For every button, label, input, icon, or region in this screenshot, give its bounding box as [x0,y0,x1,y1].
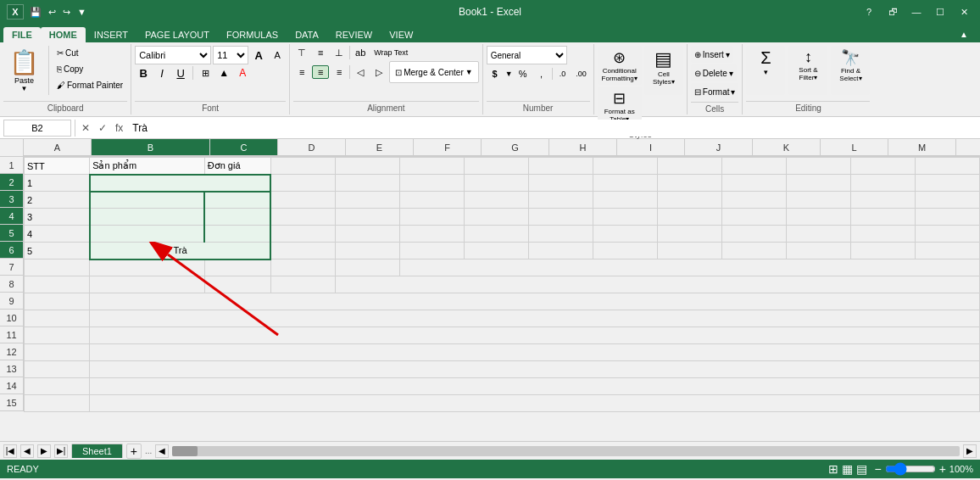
tab-insert[interactable]: INSERT [86,27,136,42]
row-header-15[interactable]: 15 [0,394,24,411]
col-header-i[interactable]: I [617,139,685,156]
cell-d8[interactable] [270,276,335,293]
cell-i3[interactable] [593,192,657,209]
cell-l6[interactable] [786,243,850,260]
row-header-1[interactable]: 1 [0,157,24,174]
cell-j3[interactable] [657,192,721,209]
cell-i1[interactable] [593,158,657,175]
cell-n6[interactable] [915,243,979,260]
tab-data[interactable]: DATA [287,27,327,42]
row-header-10[interactable]: 10 [0,310,24,327]
cell-d6[interactable] [270,243,335,260]
cell-c1[interactable]: Đơn giá [204,158,270,175]
cell-rest12[interactable] [90,344,980,361]
cell-j4[interactable] [657,209,721,226]
tab-view[interactable]: VIEW [381,27,421,42]
cell-rest13[interactable] [90,361,980,378]
insert-function-button[interactable]: fx [113,122,125,134]
cell-f3[interactable] [399,192,464,209]
cell-e7[interactable] [335,260,399,276]
indent-dec-button[interactable]: ◁ [352,65,369,79]
tab-page-layout[interactable]: PAGE LAYOUT [136,27,218,42]
cell-h5[interactable] [528,226,593,243]
align-bottom-button[interactable]: ⊥ [331,46,348,59]
cell-l3[interactable] [786,192,850,209]
customize-quick-btn[interactable]: ▼ [75,5,89,19]
cell-h4[interactable] [528,209,593,226]
cell-a4[interactable]: 3 [25,209,90,226]
cell-d1[interactable] [270,158,335,175]
cell-k3[interactable] [721,192,786,209]
delete-button[interactable]: ⊖ Delete ▾ [691,64,737,81]
cell-g6[interactable] [464,243,528,260]
cell-d4[interactable] [270,209,335,226]
sheet-nav-next[interactable]: ▶ [37,444,51,458]
merge-center-button[interactable]: ⊡ Merge & Center ▼ [389,61,479,83]
cell-c7[interactable] [204,260,270,276]
cell-e3[interactable] [335,192,399,209]
ribbon-collapse-btn[interactable]: ▲ [955,25,973,42]
comma-button[interactable]: , [533,67,550,81]
cell-d3[interactable] [270,192,335,209]
cell-h3[interactable] [528,192,593,209]
cell-d2[interactable] [270,175,335,192]
row-header-13[interactable]: 13 [0,360,24,377]
cell-m2[interactable] [850,175,915,192]
cell-m1[interactable] [850,158,915,175]
add-sheet-button[interactable]: + [126,444,142,459]
format-painter-button[interactable]: 🖌 Format Painter [53,78,127,92]
cell-rest11[interactable] [90,327,980,344]
cell-k1[interactable] [721,158,786,175]
cell-a5[interactable]: 4 [25,226,90,243]
col-header-j[interactable]: J [685,139,753,156]
name-box[interactable] [3,120,71,137]
tab-formulas[interactable]: FORMULAS [218,27,287,42]
align-middle-button[interactable]: ≡ [312,46,329,59]
tab-file[interactable]: FILE [3,27,41,42]
cell-f6[interactable] [399,243,464,260]
cell-i5[interactable] [593,226,657,243]
font-name-select[interactable]: Calibri [135,46,211,64]
cell-rest14[interactable] [90,378,980,395]
cell-b2[interactable] [90,175,271,192]
cell-a6[interactable]: 5 [25,243,90,260]
cell-rest15[interactable] [90,395,980,412]
cell-a2[interactable]: 1 [25,175,90,192]
cell-j2[interactable] [657,175,721,192]
font-color-button[interactable]: A [234,66,251,80]
copy-button[interactable]: ⎘ Copy [53,62,127,76]
cell-a13[interactable] [25,361,90,378]
conditional-formatting-button[interactable]: ⊛ Conditional Formatting▾ [598,46,642,85]
dec-inc-button[interactable]: .0 [554,67,571,81]
cell-a1[interactable]: STT [25,158,90,175]
cell-l5[interactable] [786,226,850,243]
align-center-button[interactable]: ≡ [312,65,329,79]
cell-b6[interactable]: Trà [90,243,271,260]
sheet-tab-sheet1[interactable]: Sheet1 [71,444,123,458]
cell-c4[interactable] [204,209,270,226]
cell-j1[interactable] [657,158,721,175]
cell-l2[interactable] [786,175,850,192]
cell-f1[interactable] [399,158,464,175]
cell-a7[interactable] [25,260,90,276]
cell-g2[interactable] [464,175,528,192]
percent-button[interactable]: % [515,67,532,81]
cell-c3[interactable] [204,192,270,209]
cell-g5[interactable] [464,226,528,243]
number-format-select[interactable]: General [487,46,567,64]
cell-b7[interactable] [90,260,205,276]
cell-h6[interactable] [528,243,593,260]
cell-j6[interactable] [657,243,721,260]
cell-h1[interactable] [528,158,593,175]
cell-d7[interactable] [270,260,335,276]
cell-e1[interactable] [335,158,399,175]
row-header-5[interactable]: 5 [0,225,24,242]
cell-m5[interactable] [850,226,915,243]
scroll-right-btn[interactable]: ▶ [963,444,977,458]
cell-a3[interactable]: 2 [25,192,90,209]
underline-button[interactable]: U [172,66,189,80]
horizontal-scrollbar-thumb[interactable] [172,446,198,456]
orient-button[interactable]: ab [352,46,369,59]
col-header-l[interactable]: L [821,139,888,156]
row-header-9[interactable]: 9 [0,293,24,310]
